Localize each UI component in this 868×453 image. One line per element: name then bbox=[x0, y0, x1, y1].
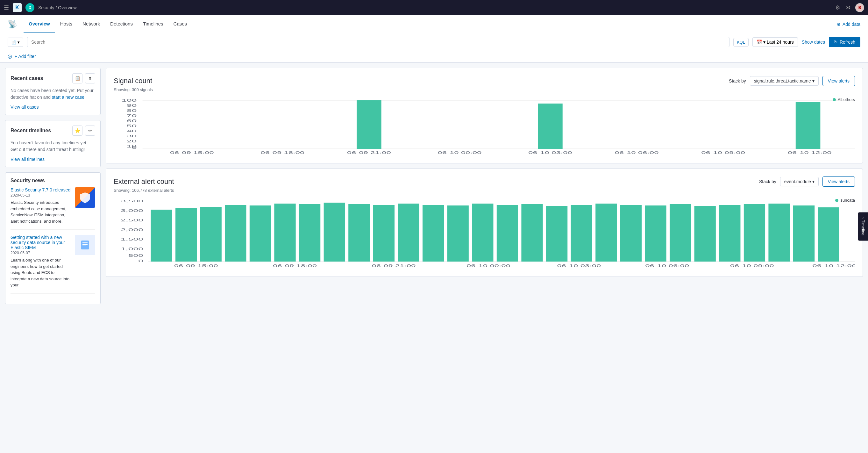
svg-rect-42 bbox=[324, 203, 345, 262]
signal-bar-21 bbox=[356, 100, 381, 149]
signal-stack-by-select[interactable]: signal.rule.threat.tactic.name ▾ bbox=[750, 76, 819, 86]
search-type-icon: 📄 bbox=[11, 40, 16, 44]
svg-rect-62 bbox=[818, 207, 839, 262]
svg-rect-55 bbox=[645, 206, 666, 262]
recent-timelines-empty-text: You haven't favorited any timelines yet.… bbox=[10, 140, 95, 153]
hamburger-menu[interactable]: ☰ bbox=[4, 4, 9, 11]
svg-text:06-09 18:00: 06-09 18:00 bbox=[273, 264, 317, 268]
security-logo: 📡 bbox=[8, 20, 17, 29]
svg-text:1,500: 1,500 bbox=[121, 237, 143, 241]
refresh-label: Refresh bbox=[840, 39, 855, 44]
add-data-label: Add data bbox=[842, 22, 860, 27]
kql-badge[interactable]: KQL bbox=[733, 38, 749, 47]
mail-icon[interactable]: ✉ bbox=[845, 4, 850, 11]
signal-view-alerts-button[interactable]: View alerts bbox=[823, 76, 855, 86]
main-content: Recent cases 📋 ⬆ No cases have been crea… bbox=[0, 63, 868, 314]
svg-rect-37 bbox=[200, 207, 222, 262]
start-new-case-link[interactable]: start a new case! bbox=[52, 95, 86, 100]
external-alert-header: External alert count Stack by event.modu… bbox=[114, 177, 855, 187]
svg-text:2,500: 2,500 bbox=[121, 218, 143, 222]
svg-text:06-10 12:00: 06-10 12:00 bbox=[788, 151, 832, 154]
signal-count-legend: All others bbox=[833, 97, 855, 102]
svg-rect-1 bbox=[83, 242, 88, 243]
tab-cases[interactable]: Cases bbox=[168, 15, 192, 33]
external-legend-label: suricata bbox=[840, 198, 855, 203]
refresh-button[interactable]: ↻ Refresh bbox=[829, 37, 860, 47]
external-stack-by-select[interactable]: event.module ▾ bbox=[780, 177, 819, 186]
external-view-alerts-button[interactable]: View alerts bbox=[823, 177, 855, 187]
svg-text:06-09 15:00: 06-09 15:00 bbox=[174, 264, 218, 268]
signal-stack-by-chevron: ▾ bbox=[812, 79, 814, 84]
news-title-0[interactable]: Elastic Security 7.7.0 released bbox=[10, 187, 70, 192]
svg-rect-45 bbox=[398, 204, 419, 262]
add-filter-button[interactable]: + Add filter bbox=[14, 54, 36, 59]
tab-hosts[interactable]: Hosts bbox=[55, 15, 78, 33]
external-alert-svg: 3,500 3,000 2,500 2,000 1,500 1,000 500 … bbox=[114, 198, 855, 268]
svg-text:0: 0 bbox=[138, 259, 143, 263]
tab-detections[interactable]: Detections bbox=[105, 15, 138, 33]
add-data-button[interactable]: ⊕ Add data bbox=[837, 22, 860, 27]
signal-legend-dot bbox=[833, 98, 836, 101]
tab-overview[interactable]: Overview bbox=[24, 15, 55, 33]
search-type-button[interactable]: 📄 ▾ bbox=[8, 38, 23, 47]
news-date-1: 2020-05-07 bbox=[10, 251, 71, 255]
svg-text:80: 80 bbox=[127, 109, 137, 113]
shield-wifi-icon: 📡 bbox=[8, 20, 17, 28]
timeline-side-tab[interactable]: › Timeline bbox=[858, 212, 868, 241]
svg-text:0: 0 bbox=[132, 146, 137, 150]
news-title-1[interactable]: Getting started with a new security data… bbox=[10, 235, 65, 250]
svg-text:06-10 03:00: 06-10 03:00 bbox=[528, 151, 572, 154]
view-all-cases-link[interactable]: View all cases bbox=[10, 104, 95, 110]
search-input[interactable] bbox=[27, 37, 730, 47]
show-dates-button[interactable]: Show dates bbox=[802, 39, 825, 44]
date-picker-button[interactable]: 📅 ▾ Last 24 hours bbox=[752, 37, 798, 47]
tab-timelines[interactable]: Timelines bbox=[138, 15, 168, 33]
svg-text:70: 70 bbox=[127, 114, 137, 118]
timelines-star-icon[interactable]: ⭐ bbox=[72, 125, 83, 136]
svg-text:06-10 06:00: 06-10 06:00 bbox=[645, 264, 689, 268]
cases-clipboard-icon[interactable]: 📋 bbox=[72, 73, 83, 84]
space-avatar[interactable]: D bbox=[26, 3, 34, 12]
svg-rect-49 bbox=[497, 205, 518, 262]
svg-rect-58 bbox=[719, 205, 740, 262]
cases-export-icon[interactable]: ⬆ bbox=[85, 73, 95, 84]
external-alert-title: External alert count bbox=[114, 177, 174, 186]
tab-network[interactable]: Network bbox=[78, 15, 105, 33]
news-desc-1: Learn along with one of our engineers ho… bbox=[10, 257, 71, 288]
top-bar: ☰ K D Security / Overview ⚙ ✉ B bbox=[0, 0, 868, 15]
svg-text:3,000: 3,000 bbox=[121, 209, 143, 213]
security-news-title: Security news bbox=[10, 178, 45, 183]
signal-bar-12 bbox=[796, 102, 820, 149]
signal-count-title: Signal count bbox=[114, 77, 152, 85]
chevron-down-icon: ▾ bbox=[763, 39, 766, 44]
svg-rect-51 bbox=[546, 206, 567, 262]
breadcrumb: Security / Overview bbox=[38, 5, 831, 10]
svg-rect-43 bbox=[348, 204, 370, 262]
timelines-edit-icon[interactable]: ✏ bbox=[85, 125, 95, 136]
svg-text:06-10 09:00: 06-10 09:00 bbox=[730, 264, 774, 268]
recent-cases-icons: 📋 ⬆ bbox=[72, 73, 95, 84]
recent-timelines-header: Recent timelines ⭐ ✏ bbox=[10, 125, 95, 136]
svg-rect-57 bbox=[694, 206, 716, 262]
svg-text:06-10 00:00: 06-10 00:00 bbox=[466, 264, 510, 268]
calendar-icon: 📅 bbox=[756, 39, 762, 44]
news-thumb-0 bbox=[75, 187, 95, 208]
news-date-0: 2020-05-13 bbox=[10, 193, 71, 198]
view-all-timelines-link[interactable]: View all timelines bbox=[10, 157, 95, 162]
svg-rect-47 bbox=[447, 206, 469, 262]
external-alert-count-card: External alert count Stack by event.modu… bbox=[106, 169, 863, 277]
svg-text:2,000: 2,000 bbox=[121, 228, 143, 232]
svg-rect-59 bbox=[744, 204, 765, 262]
svg-text:100: 100 bbox=[122, 98, 136, 102]
recent-cases-header: Recent cases 📋 ⬆ bbox=[10, 73, 95, 84]
signal-legend-label: All others bbox=[838, 97, 855, 102]
external-stack-by-value: event.module bbox=[784, 179, 811, 184]
security-news-section: Security news Elastic Security 7.7.0 rel… bbox=[5, 172, 101, 304]
svg-rect-0 bbox=[81, 241, 89, 249]
signal-count-controls: Stack by signal.rule.threat.tactic.name … bbox=[729, 76, 855, 86]
breadcrumb-security[interactable]: Security bbox=[38, 5, 55, 10]
settings-icon[interactable]: ⚙ bbox=[835, 4, 840, 11]
svg-text:50: 50 bbox=[127, 124, 137, 128]
user-avatar[interactable]: B bbox=[855, 3, 864, 12]
svg-text:06-10 06:00: 06-10 06:00 bbox=[615, 151, 659, 154]
